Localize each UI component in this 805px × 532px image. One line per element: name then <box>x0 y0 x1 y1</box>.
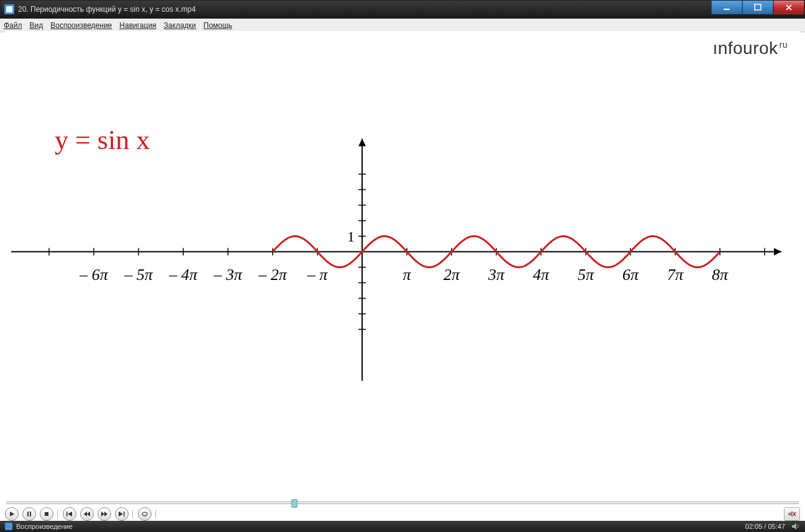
maximize-button[interactable] <box>742 1 773 14</box>
forward-button[interactable] <box>98 507 111 521</box>
svg-text:4π: 4π <box>533 266 550 284</box>
next-track-button[interactable] <box>115 507 129 521</box>
svg-rect-49 <box>30 512 31 516</box>
svg-text:– 5π: – 5π <box>124 266 153 284</box>
menu-bookmarks[interactable]: Закладки <box>164 21 196 30</box>
svg-text:– 3π: – 3π <box>213 266 243 284</box>
svg-text:8π: 8π <box>712 266 729 284</box>
status-icon <box>5 523 12 530</box>
separator <box>155 509 157 519</box>
svg-text:6π: 6π <box>622 266 639 284</box>
menu-navigation[interactable]: Навигация <box>119 21 156 30</box>
svg-marker-3 <box>774 248 781 256</box>
svg-marker-52 <box>68 512 72 516</box>
svg-text:2π: 2π <box>443 266 460 284</box>
menu-view[interactable]: Вид <box>30 21 43 30</box>
menu-playback[interactable]: Воспроизведение <box>50 21 112 30</box>
svg-marker-55 <box>101 512 104 516</box>
volume-indicator-icon[interactable] <box>791 523 800 530</box>
svg-rect-58 <box>124 512 125 516</box>
mute-button[interactable] <box>784 507 800 521</box>
prev-track-button[interactable] <box>63 507 76 521</box>
svg-rect-1 <box>755 4 761 10</box>
svg-text:– π: – π <box>307 266 329 284</box>
svg-rect-51 <box>66 512 68 516</box>
status-bar: Воспроизведение 02:05 / 05:47 <box>0 521 805 532</box>
minimize-button[interactable] <box>711 1 742 14</box>
close-button[interactable] <box>773 1 804 14</box>
svg-text:3π: 3π <box>488 266 505 284</box>
menu-help[interactable]: Помощь <box>204 21 232 30</box>
svg-marker-59 <box>788 511 793 517</box>
svg-marker-53 <box>84 512 87 516</box>
window-title: 20. Периодичность функций y = sin x, y =… <box>18 5 196 14</box>
time-display: 02:05 / 05:47 <box>745 523 785 530</box>
svg-text:1: 1 <box>347 228 355 245</box>
stop-button[interactable] <box>40 507 53 521</box>
status-label: Воспроизведение <box>16 523 73 530</box>
play-button[interactable] <box>5 507 19 521</box>
separator <box>132 509 134 519</box>
svg-marker-54 <box>87 512 90 516</box>
playback-controls <box>5 507 800 521</box>
svg-text:– 4π: – 4π <box>168 266 198 284</box>
loop-button[interactable] <box>138 507 152 521</box>
svg-rect-50 <box>45 512 48 516</box>
chart-plot: – 6π– 5π– 4π– 3π– 2π– ππ2π3π4π5π6π7π8π1 <box>5 31 800 495</box>
app-icon <box>4 4 14 14</box>
svg-text:π: π <box>402 266 411 284</box>
menu-bar: Файл Вид Воспроизведение Навигация Закла… <box>0 19 805 32</box>
svg-rect-0 <box>724 9 730 10</box>
svg-marker-62 <box>792 523 796 530</box>
window-titlebar: 20. Периодичность функций y = sin x, y =… <box>0 0 805 19</box>
separator <box>57 509 59 519</box>
svg-rect-48 <box>27 512 29 516</box>
svg-marker-57 <box>119 512 123 516</box>
menu-file[interactable]: Файл <box>4 21 22 30</box>
rewind-button[interactable] <box>80 507 94 521</box>
svg-marker-5 <box>358 139 366 147</box>
video-content: ınfourokru y = sin x – 6π– 5π– 4π– 3π– 2… <box>5 31 800 495</box>
svg-text:– 6π: – 6π <box>79 266 109 284</box>
pause-button[interactable] <box>22 507 36 521</box>
seek-thumb[interactable] <box>291 499 298 508</box>
seek-bar[interactable] <box>6 498 799 507</box>
svg-text:5π: 5π <box>578 266 594 284</box>
svg-marker-47 <box>10 512 14 516</box>
svg-marker-56 <box>104 512 107 516</box>
svg-text:7π: 7π <box>667 266 684 284</box>
window-buttons <box>711 1 804 14</box>
svg-text:– 2π: – 2π <box>258 266 288 284</box>
